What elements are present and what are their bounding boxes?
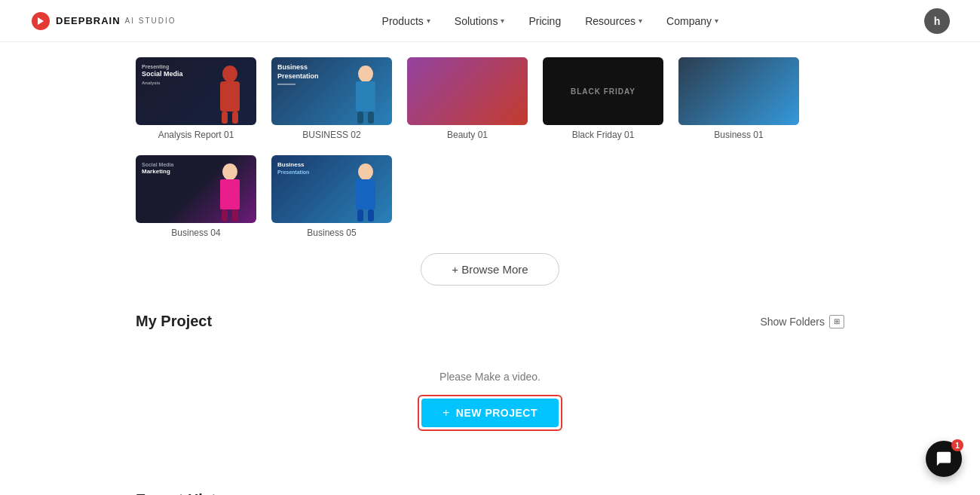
person-silhouette-business05	[347, 163, 384, 223]
new-project-button[interactable]: + NEW PROJECT	[421, 399, 559, 427]
logo-brand-text: DEEPBRAIN	[56, 15, 121, 26]
nav-products-label: Products	[382, 15, 424, 27]
export-history-title: Export History	[136, 491, 844, 495]
project-empty-area: Please Make a video. + NEW PROJECT	[136, 348, 844, 461]
template-label-business04: Business 04	[171, 228, 220, 238]
my-project-title: My Project	[136, 313, 212, 330]
solutions-chevron-icon: ▾	[501, 17, 504, 25]
nav-pricing-label: Pricing	[528, 15, 561, 27]
template-label-business01: Business 01	[714, 130, 763, 140]
svg-point-4	[358, 66, 373, 82]
deepbrain-logo-icon	[30, 11, 51, 32]
template-thumb-business02: Business Presentation ━━━━━━	[271, 57, 392, 125]
template-thumb-business01	[678, 57, 799, 125]
project-empty-text: Please Make a video.	[439, 371, 541, 383]
products-chevron-icon: ▾	[427, 17, 430, 25]
person-silhouette-business04	[211, 163, 249, 223]
template-label-beauty: Beauty 01	[447, 130, 488, 140]
folder-icon: ⊞	[829, 315, 844, 328]
nav-item-solutions[interactable]: Solutions ▾	[455, 15, 505, 27]
browse-more-button[interactable]: + Browse More	[421, 253, 559, 286]
template-item-business04[interactable]: Social Media Marketing Business 04	[136, 155, 256, 238]
my-project-section: My Project Show Folders ⊞ Please Make a …	[136, 313, 844, 461]
svg-rect-10	[222, 209, 228, 222]
thumb-overlay-business04: Social Media Marketing	[142, 161, 173, 176]
template-label-blackfriday: Black Friday 01	[572, 130, 635, 140]
main-content: Presenting Social Media Analysis Analysi…	[0, 42, 980, 495]
svg-rect-14	[357, 209, 363, 222]
svg-point-0	[222, 66, 237, 82]
template-thumb-beauty	[407, 57, 528, 125]
svg-rect-13	[356, 179, 375, 209]
svg-point-8	[222, 163, 237, 180]
svg-rect-7	[368, 112, 374, 124]
thumb-overlay-business05: Business Presentation	[277, 161, 309, 176]
user-avatar[interactable]: h	[924, 8, 950, 34]
show-folders-label: Show Folders	[760, 316, 825, 328]
resources-chevron-icon: ▾	[639, 17, 642, 25]
chat-icon	[936, 451, 952, 467]
nav-item-company[interactable]: Company ▾	[666, 15, 718, 27]
template-label-business05: Business 05	[307, 228, 356, 238]
nav-resources-label: Resources	[585, 15, 635, 27]
template-thumb-blackfriday: BLACK FRIDAY	[543, 57, 663, 125]
nav-item-resources[interactable]: Resources ▾	[585, 15, 642, 27]
template-item-business02[interactable]: Business Presentation ━━━━━━ BUSINESS 02	[271, 57, 392, 140]
browse-more-wrapper: + Browse More	[136, 253, 844, 286]
template-item-blackfriday[interactable]: BLACK FRIDAY Black Friday 01	[543, 57, 663, 140]
my-project-header: My Project Show Folders ⊞	[136, 313, 844, 330]
template-thumb-business05: Business Presentation	[271, 155, 392, 223]
thumb-overlay-business02: Business Presentation ━━━━━━	[277, 63, 319, 88]
nav-company-label: Company	[666, 15, 712, 27]
folder-icon-symbol: ⊞	[834, 317, 840, 325]
nav-solutions-label: Solutions	[455, 15, 498, 27]
chat-button[interactable]: 1	[926, 441, 962, 477]
svg-rect-15	[368, 209, 374, 222]
svg-rect-6	[357, 112, 363, 124]
template-item-business05[interactable]: Business Presentation Business 05	[271, 155, 392, 238]
svg-rect-5	[356, 81, 375, 112]
logo-area: DEEPBRAIN AI STUDIO	[30, 11, 176, 32]
template-thumb-analysis: Presenting Social Media Analysis	[136, 57, 256, 125]
navbar: DEEPBRAIN AI STUDIO Products ▾ Solutions…	[0, 0, 980, 42]
template-thumb-business04: Social Media Marketing	[136, 155, 256, 223]
nav-item-pricing[interactable]: Pricing	[528, 15, 561, 27]
nav-item-products[interactable]: Products ▾	[382, 15, 430, 27]
person-silhouette-analysis	[211, 65, 249, 125]
new-project-label: NEW PROJECT	[456, 407, 537, 419]
svg-rect-3	[232, 112, 238, 124]
template-item-business01[interactable]: Business 01	[678, 57, 799, 140]
show-folders-button[interactable]: Show Folders ⊞	[760, 315, 844, 328]
template-row-2: Social Media Marketing Business 04 Busin…	[136, 155, 844, 238]
svg-rect-1	[220, 81, 240, 112]
new-project-plus-icon: +	[443, 406, 450, 420]
thumb-overlay-analysis: Presenting Social Media Analysis	[142, 63, 183, 87]
template-label-business02: BUSINESS 02	[302, 130, 360, 140]
user-area: h	[924, 8, 950, 34]
chat-badge: 1	[951, 439, 963, 451]
svg-rect-9	[220, 179, 240, 209]
logo-sub-text: AI STUDIO	[125, 17, 176, 25]
new-project-btn-wrapper: + NEW PROJECT	[418, 395, 562, 431]
export-history-section: Export History Project Status Type Reque…	[136, 491, 844, 495]
template-label-analysis: Analysis Report 01	[158, 130, 234, 140]
template-item-analysis[interactable]: Presenting Social Media Analysis Analysi…	[136, 57, 256, 140]
svg-point-12	[358, 163, 373, 180]
person-silhouette-business02	[347, 65, 384, 125]
svg-rect-11	[232, 209, 238, 222]
template-row-1: Presenting Social Media Analysis Analysi…	[136, 57, 844, 140]
template-item-beauty[interactable]: Beauty 01	[407, 57, 528, 140]
company-chevron-icon: ▾	[715, 17, 718, 25]
nav-links: Products ▾ Solutions ▾ Pricing Resources…	[382, 15, 718, 27]
svg-rect-2	[222, 112, 228, 124]
